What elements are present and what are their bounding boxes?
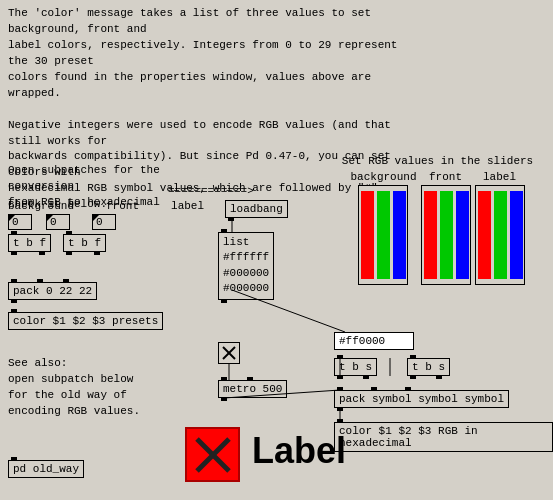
cross-button[interactable] <box>218 342 240 364</box>
tbs2-outlet-1 <box>410 375 416 379</box>
bg-numbox[interactable]: 0 <box>8 214 32 230</box>
pack-box[interactable]: pack 0 22 22 <box>8 282 97 300</box>
see-also: See also: open subpatch below for the ol… <box>8 356 140 420</box>
label-text: label <box>171 200 204 212</box>
desc-line5: Negative integers were used to encode RG… <box>8 118 398 150</box>
pack-sym-box[interactable]: pack symbol symbol symbol <box>334 390 509 408</box>
bfl-labels-row: background front label <box>8 200 204 212</box>
cross-icon <box>221 345 237 361</box>
pd-old-way-inlet <box>11 457 17 461</box>
pack-outlet <box>11 299 17 303</box>
slider-label-box[interactable] <box>475 185 525 285</box>
color-rgb-inlet <box>337 419 343 423</box>
tbs1-label: t b s <box>339 361 372 373</box>
pack-label: pack 0 22 22 <box>13 285 92 297</box>
metro-inlet-1 <box>221 377 227 381</box>
bg-text: background <box>8 200 74 212</box>
see-also-line1: See also: <box>8 356 140 372</box>
tbs2-outlet-2 <box>436 375 442 379</box>
loadbang-box[interactable]: loadbang <box>225 200 288 218</box>
pack-sym-inlet-2 <box>371 387 377 391</box>
color-presets-label: color $1 $2 $3 <box>13 315 105 327</box>
metro-outlet <box>221 397 227 401</box>
loadbang-label: loadbang <box>230 203 283 215</box>
slider-col-background: background <box>350 171 416 285</box>
sliders-row: background front label <box>330 171 545 285</box>
slider-label-b-bar <box>510 191 523 279</box>
tbf2-inlet <box>66 231 72 235</box>
big-x-display[interactable] <box>185 427 240 482</box>
pack-inlet-1 <box>11 279 17 283</box>
tbf1-outlet-2 <box>39 251 45 255</box>
slider-section-title: Set RGB values in the sliders <box>330 155 545 167</box>
bg-front-label-area: background front label 0 0 0 t b f t b f <box>8 200 204 252</box>
num-boxes-row: 0 0 0 <box>8 214 204 230</box>
pack-inlet-2 <box>37 279 43 283</box>
slider-section: Set RGB values in the sliders background… <box>330 155 545 285</box>
pack-sym-label: pack symbol symbol symbol <box>339 393 504 405</box>
slider-label-r-bar <box>478 191 491 279</box>
tbs-row: t b s t b s <box>334 358 450 376</box>
slider-front-g-bar <box>440 191 453 279</box>
front-numbox[interactable]: 0 <box>46 214 70 230</box>
slider-label-g-bar <box>494 191 507 279</box>
label-big: Label <box>252 430 346 472</box>
see-also-line3: for the old way of <box>8 388 140 404</box>
desc-line2: label colors, respectively. Integers fro… <box>8 38 398 70</box>
tbf1-inlet <box>11 231 17 235</box>
slider-front-box[interactable] <box>421 185 471 285</box>
desc-line1: The 'color' message takes a list of thre… <box>8 6 398 38</box>
slider-front-label: front <box>429 171 462 183</box>
front-text: front <box>106 200 139 212</box>
pd-old-way-box[interactable]: pd old_way <box>8 460 84 478</box>
color-inlet <box>11 309 17 313</box>
pack-sym-outlet <box>337 407 343 411</box>
tbf-box-1[interactable]: t b f <box>8 234 51 252</box>
color-rgb-label: color $1 $2 $3 <box>339 425 431 437</box>
tbs2-label: t b s <box>412 361 445 373</box>
tbf2-outlet-2 <box>94 251 100 255</box>
metro-box[interactable]: metro 500 <box>218 380 287 398</box>
list-box[interactable]: list#ffffff#000000#000000 <box>218 232 274 300</box>
hex-box[interactable]: #ff0000 <box>334 332 414 350</box>
slider-r-bar <box>361 191 374 279</box>
tbf2-outlet-1 <box>66 251 72 255</box>
slider-front-b-bar <box>456 191 469 279</box>
label-numbox[interactable]: 0 <box>92 214 116 230</box>
hex-value: #ff0000 <box>339 335 385 347</box>
pack-inlet-3 <box>63 279 69 283</box>
tbf2-label: t b f <box>68 237 101 249</box>
color-presets-box[interactable]: color $1 $2 $3 presets <box>8 312 163 330</box>
metro-label: metro 500 <box>223 383 282 395</box>
desc-line3: colors found in the properties window, v… <box>8 70 398 102</box>
tbs1-outlet-2 <box>363 375 369 379</box>
color-rgb-box[interactable]: color $1 $2 $3 RGB in hexadecimal <box>334 422 553 452</box>
slider-background-label: background <box>350 171 416 183</box>
metro-inlet-2 <box>247 377 253 381</box>
see-also-line4: encoding RGB values. <box>8 404 140 420</box>
slider-col-label: label <box>475 171 525 285</box>
presets-label: presets <box>112 315 158 327</box>
tbf-row: t b f t b f <box>8 234 204 252</box>
tbf1-outlet-1 <box>11 251 17 255</box>
pd-old-way-label: pd old_way <box>13 463 79 475</box>
subpatch-line1: Open subpatches for the conversion <box>8 163 168 195</box>
loadbang-outlet <box>228 217 234 221</box>
list-label: list#ffffff#000000#000000 <box>223 235 269 297</box>
slider-g-bar <box>377 191 390 279</box>
tbs-box-1[interactable]: t b s <box>334 358 377 376</box>
slider-col-front: front <box>421 171 471 285</box>
tbs1-inlet <box>337 355 343 359</box>
tbf-box-2[interactable]: t b f <box>63 234 106 252</box>
slider-label-label: label <box>483 171 516 183</box>
slider-front-r-bar <box>424 191 437 279</box>
tbs-box-2[interactable]: t b s <box>407 358 450 376</box>
list-inlet <box>221 229 227 233</box>
slider-background-box[interactable] <box>358 185 408 285</box>
list-outlet <box>221 299 227 303</box>
tbs2-inlet <box>410 355 416 359</box>
x-icon <box>193 435 233 475</box>
see-also-line2: open subpatch below <box>8 372 140 388</box>
pack-sym-inlet-1 <box>337 387 343 391</box>
tbs1-outlet-1 <box>337 375 343 379</box>
